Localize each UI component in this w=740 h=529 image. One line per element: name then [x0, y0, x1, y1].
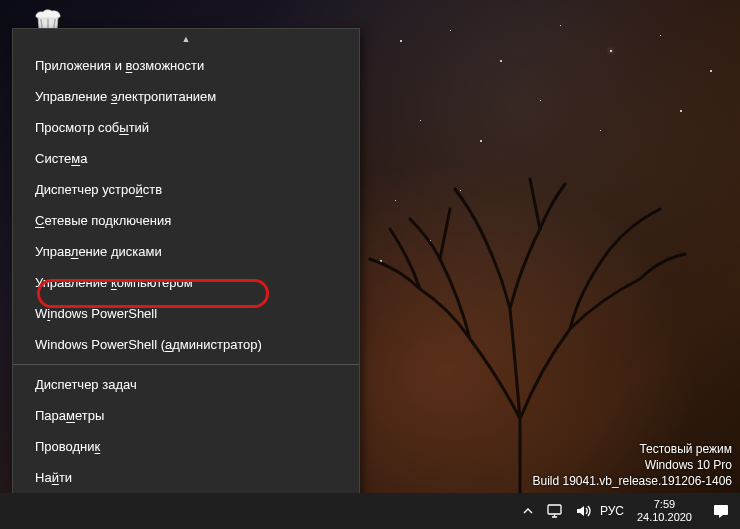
menu-item[interactable]: Сетевые подключения	[13, 205, 359, 236]
menu-item-label: Приложения и	[35, 58, 126, 73]
menu-item-label: Управ	[35, 244, 71, 259]
menu-item-label: етевые подключения	[44, 213, 171, 228]
menu-item[interactable]: Управление компьютером	[13, 267, 359, 298]
menu-item-label: ndows PowerShell	[50, 306, 157, 321]
menu-item-label: Пара	[35, 408, 66, 423]
svg-rect-0	[548, 505, 561, 514]
menu-item-accelerator: й	[135, 182, 142, 197]
menu-item[interactable]: Диспетчер устройств	[13, 174, 359, 205]
menu-item-label: На	[35, 470, 52, 485]
menu-item-accelerator: Д	[35, 377, 44, 392]
watermark-line: Windows 10 Pro	[533, 457, 733, 473]
clock[interactable]: 7:59 24.10.2020	[629, 493, 700, 529]
language-indicator[interactable]: РУС	[601, 493, 623, 529]
winx-context-menu: ▲ Приложения и возможностиУправление эле…	[12, 28, 360, 498]
menu-item-accelerator: м	[71, 151, 80, 166]
watermark-line: Build 19041.vb_release.191206-1406	[533, 473, 733, 489]
watermark-line: Тестовый режим	[533, 441, 733, 457]
menu-item-label: омпьютером	[117, 275, 193, 290]
menu-item-label: Windows PowerShell (	[35, 337, 165, 352]
menu-item-label: испетчер задач	[44, 377, 137, 392]
menu-item-label: Проводни	[35, 439, 95, 454]
menu-item-accelerator: м	[66, 408, 75, 423]
menu-item-label: Управление	[35, 275, 111, 290]
menu-item-label: ств	[143, 182, 162, 197]
menu-item-label: ти	[59, 470, 72, 485]
menu-item[interactable]: Найти	[13, 462, 359, 493]
menu-divider	[13, 364, 359, 365]
taskbar: РУС 7:59 24.10.2020	[0, 493, 740, 529]
volume-icon[interactable]	[573, 493, 595, 529]
menu-item-accelerator: к	[95, 439, 101, 454]
svg-rect-1	[714, 505, 728, 515]
menu-item[interactable]: Система	[13, 143, 359, 174]
language-label: РУС	[600, 504, 624, 518]
menu-item[interactable]: Windows PowerShell	[13, 298, 359, 329]
menu-item-label: W	[35, 306, 47, 321]
menu-item-label: ение дисками	[78, 244, 161, 259]
network-icon[interactable]	[545, 493, 567, 529]
menu-item[interactable]: Проводник	[13, 431, 359, 462]
clock-time: 7:59	[637, 498, 692, 511]
menu-item[interactable]: Управление электропитанием	[13, 81, 359, 112]
menu-item-label: лектропитанием	[117, 89, 216, 104]
menu-item-label: Диспетчер устро	[35, 182, 135, 197]
menu-item[interactable]: Просмотр событий	[13, 112, 359, 143]
menu-item-label: дминистратор)	[172, 337, 261, 352]
menu-item[interactable]: Диспетчер задач	[13, 369, 359, 400]
menu-item-label: етры	[75, 408, 104, 423]
menu-item-label: Систе	[35, 151, 71, 166]
menu-item-accelerator: С	[35, 213, 44, 228]
menu-item-accelerator: й	[52, 470, 59, 485]
menu-item-label: Просмотр соб	[35, 120, 119, 135]
menu-item-accelerator: ы	[119, 120, 128, 135]
menu-item-label: тий	[129, 120, 149, 135]
tray-overflow-icon[interactable]	[517, 493, 539, 529]
menu-item[interactable]: Управление дисками	[13, 236, 359, 267]
menu-item[interactable]: Windows PowerShell (администратор)	[13, 329, 359, 360]
menu-item-label: озможности	[132, 58, 204, 73]
notification-center-icon[interactable]	[706, 493, 736, 529]
menu-item[interactable]: Приложения и возможности	[13, 50, 359, 81]
menu-item[interactable]: Параметры	[13, 400, 359, 431]
test-mode-watermark: Тестовый режим Windows 10 Pro Build 1904…	[533, 441, 733, 489]
scroll-up-arrow[interactable]: ▲	[13, 33, 359, 50]
clock-date: 24.10.2020	[637, 511, 692, 524]
menu-item-label: а	[80, 151, 87, 166]
menu-item-label: Управление	[35, 89, 111, 104]
